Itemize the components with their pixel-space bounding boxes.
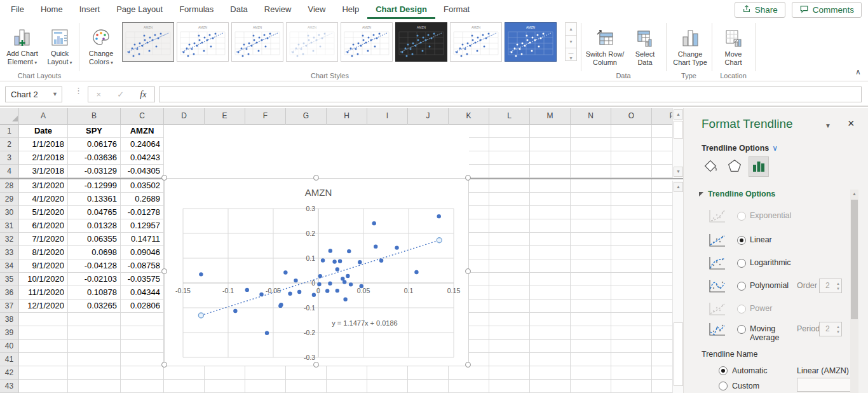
column-header-M[interactable]: M xyxy=(530,108,571,125)
select-data-button[interactable]: Select Data xyxy=(628,22,662,70)
row-header-42[interactable]: 42 xyxy=(0,366,19,380)
column-header-D[interactable]: D xyxy=(164,108,205,125)
cell[interactable]: -0.03636 xyxy=(68,151,121,165)
row-header-43[interactable]: 43 xyxy=(0,380,19,393)
selection-handle[interactable] xyxy=(161,362,167,368)
cell[interactable]: 3/1/2018 xyxy=(19,165,68,178)
cell[interactable] xyxy=(652,179,672,193)
add-chart-element-button[interactable]: Add Chart Element▾ xyxy=(3,22,42,70)
automatic-label[interactable]: Automatic xyxy=(732,366,768,375)
cell[interactable] xyxy=(611,193,652,206)
column-header-N[interactable]: N xyxy=(571,108,611,125)
cell[interactable] xyxy=(611,273,652,286)
cell[interactable] xyxy=(530,179,571,193)
cell[interactable] xyxy=(489,206,530,219)
cell[interactable] xyxy=(611,313,652,326)
cell[interactable] xyxy=(571,165,611,178)
cell[interactable] xyxy=(68,313,121,326)
effects-tab[interactable] xyxy=(724,156,745,177)
cell[interactable] xyxy=(367,380,408,393)
column-header-B[interactable]: B xyxy=(68,108,121,125)
cell[interactable] xyxy=(530,165,571,178)
cell[interactable] xyxy=(611,219,652,233)
chevron-down-icon[interactable]: ▼ xyxy=(52,87,58,102)
polynomial-radio[interactable] xyxy=(737,282,746,291)
custom-name-input[interactable] xyxy=(797,378,855,392)
column-header-G[interactable]: G xyxy=(286,108,327,125)
column-header-H[interactable]: H xyxy=(327,108,367,125)
scrollbar-thumb[interactable] xyxy=(851,200,858,319)
scroll-up-icon[interactable]: ▲ xyxy=(674,182,683,192)
cell[interactable]: 2/1/2018 xyxy=(19,151,68,165)
chart-style-thumbnail[interactable]: AMZN xyxy=(286,22,338,62)
cell[interactable] xyxy=(611,179,652,193)
change-chart-type-button[interactable]: Change Chart Type xyxy=(670,22,710,70)
cell[interactable] xyxy=(611,151,652,165)
cell[interactable] xyxy=(611,353,652,366)
cell[interactable]: -0.04128 xyxy=(68,259,121,273)
cell[interactable] xyxy=(571,233,611,246)
cell[interactable] xyxy=(571,300,611,313)
cell[interactable] xyxy=(530,326,571,340)
cell[interactable] xyxy=(489,193,530,206)
cell[interactable] xyxy=(489,125,530,138)
quick-layout-button[interactable]: Quick Layout▾ xyxy=(42,22,78,70)
cell[interactable] xyxy=(68,366,121,380)
cell[interactable] xyxy=(121,366,164,380)
cell[interactable] xyxy=(611,165,652,178)
cell[interactable] xyxy=(530,273,571,286)
cell[interactable]: SPY xyxy=(68,125,121,138)
cell[interactable] xyxy=(611,366,652,380)
cell[interactable]: -0.12999 xyxy=(68,179,121,193)
tab-insert[interactable]: Insert xyxy=(71,0,109,19)
row-header-39[interactable]: 39 xyxy=(0,326,19,340)
tab-format[interactable]: Format xyxy=(435,0,478,19)
cell[interactable]: -0.02103 xyxy=(68,273,121,286)
column-header-C[interactable]: C xyxy=(121,108,164,125)
cell[interactable]: 0.06176 xyxy=(68,138,121,151)
cell[interactable]: 12/1/2020 xyxy=(19,300,68,313)
cell[interactable] xyxy=(652,193,672,206)
cell[interactable] xyxy=(652,259,672,273)
power-radio[interactable] xyxy=(737,305,746,314)
cell[interactable] xyxy=(652,286,672,300)
cell[interactable]: 0.03265 xyxy=(68,300,121,313)
scroll-down-icon[interactable]: ▼ xyxy=(674,167,683,177)
trendline-options-section-header[interactable]: Trendline Options xyxy=(699,190,775,198)
cell[interactable] xyxy=(571,353,611,366)
cell[interactable] xyxy=(19,366,68,380)
cell[interactable]: AMZN xyxy=(121,125,164,138)
cell[interactable]: 6/1/2020 xyxy=(19,219,68,233)
scrollbar-thumb[interactable] xyxy=(674,121,683,139)
cell[interactable] xyxy=(571,206,611,219)
cell[interactable] xyxy=(530,286,571,300)
tab-chart-design[interactable]: Chart Design xyxy=(367,0,435,19)
moving-average-label[interactable]: Moving Average xyxy=(750,324,796,342)
cell[interactable] xyxy=(68,380,121,393)
automatic-radio[interactable] xyxy=(719,366,728,375)
cell[interactable] xyxy=(652,151,672,165)
cell[interactable]: 5/1/2020 xyxy=(19,206,68,219)
cell[interactable] xyxy=(571,380,611,393)
column-header-I[interactable]: I xyxy=(367,108,408,125)
cell[interactable] xyxy=(19,380,68,393)
linear-radio[interactable] xyxy=(737,236,746,245)
chart-style-thumbnail[interactable]: AMZN xyxy=(505,22,557,62)
scroll-up-icon[interactable]: ▲ xyxy=(674,109,683,120)
row-header-2[interactable]: 2 xyxy=(0,138,19,151)
cell[interactable] xyxy=(652,206,672,219)
tab-view[interactable]: View xyxy=(299,0,334,19)
chart-style-thumbnail[interactable]: AMZN xyxy=(450,22,502,62)
logarithmic-label[interactable]: Logarithmic xyxy=(750,258,791,267)
selection-handle[interactable] xyxy=(465,175,471,181)
cell[interactable] xyxy=(611,300,652,313)
cell[interactable] xyxy=(489,313,530,326)
cancel-icon[interactable]: × xyxy=(97,90,102,99)
cell[interactable] xyxy=(245,380,286,393)
cell[interactable] xyxy=(571,138,611,151)
custom-label[interactable]: Custom xyxy=(732,382,759,390)
cell[interactable]: Date xyxy=(19,125,68,138)
cell[interactable]: 9/1/2020 xyxy=(19,259,68,273)
spinner-down-icon[interactable]: ▼ xyxy=(836,287,840,291)
cell[interactable] xyxy=(367,366,408,380)
